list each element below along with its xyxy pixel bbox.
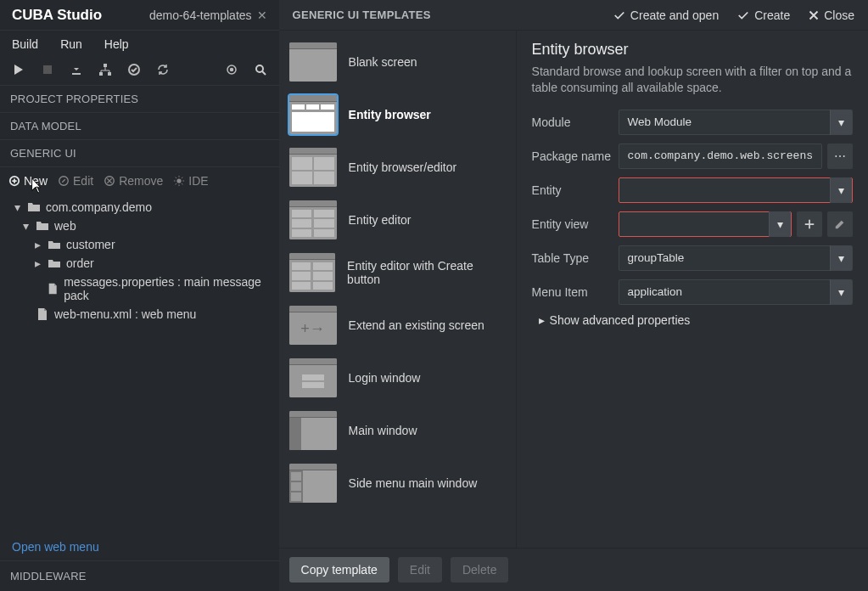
section-middleware[interactable]: MIDDLEWARE bbox=[0, 560, 279, 591]
create-and-open-button[interactable]: Create and open bbox=[613, 8, 719, 22]
tree-root-label: com.company.demo bbox=[46, 200, 152, 214]
template-item[interactable]: Entity browser bbox=[279, 88, 516, 141]
table-type-select[interactable]: groupTable ▾ bbox=[619, 245, 853, 271]
folder-open-icon bbox=[36, 219, 49, 233]
section-data-model[interactable]: DATA MODEL bbox=[0, 113, 279, 140]
stop-icon[interactable] bbox=[41, 63, 54, 76]
section-generic-ui[interactable]: GENERIC UI bbox=[0, 140, 279, 167]
close-project-icon[interactable]: ✕ bbox=[257, 8, 267, 22]
target-icon[interactable] bbox=[225, 63, 238, 76]
tree-customer-label: customer bbox=[66, 238, 115, 251]
chevron-right-icon[interactable]: ▸ bbox=[32, 256, 42, 270]
entity-view-add-button[interactable] bbox=[797, 211, 822, 237]
template-thumb bbox=[289, 95, 337, 134]
close-button[interactable]: Close bbox=[809, 8, 854, 22]
project-name: demo-64-templates bbox=[149, 8, 252, 22]
file-icon bbox=[36, 307, 49, 321]
entity-view-select[interactable]: ▾ bbox=[619, 211, 792, 237]
template-label: Login window bbox=[349, 371, 421, 385]
module-value: Web Module bbox=[628, 115, 692, 128]
template-item[interactable]: Entity editor bbox=[279, 194, 516, 246]
edit-label: Edit bbox=[73, 174, 93, 188]
tree-webmenu[interactable]: web-menu.xml : web menu bbox=[8, 305, 271, 324]
chevron-down-icon[interactable]: ▾ bbox=[12, 200, 22, 214]
template-thumb bbox=[289, 464, 337, 503]
form-description: Standard browse and lookup screen with a… bbox=[532, 64, 853, 96]
template-thumb bbox=[289, 200, 337, 239]
tree-messages-label: messages.properties : main message pack bbox=[64, 275, 266, 302]
chevron-right-icon[interactable]: ▸ bbox=[32, 238, 42, 251]
menu-build[interactable]: Build bbox=[12, 37, 38, 51]
show-advanced-toggle[interactable]: ▸ Show advanced properties bbox=[532, 313, 853, 327]
new-button[interactable]: New bbox=[8, 174, 48, 188]
template-label: Side menu main window bbox=[349, 476, 478, 490]
package-input[interactable]: com.company.demo.web.screens bbox=[619, 144, 822, 169]
template-label: Entity editor bbox=[349, 213, 412, 227]
tree-icon[interactable] bbox=[98, 63, 112, 76]
tree-customer[interactable]: ▸ customer bbox=[8, 235, 271, 254]
ide-label: IDE bbox=[188, 174, 208, 188]
check-icon[interactable] bbox=[127, 63, 141, 76]
plus-icon bbox=[804, 218, 815, 230]
remove-button[interactable]: Remove bbox=[104, 174, 163, 188]
search-icon[interactable] bbox=[254, 63, 267, 76]
svg-rect-3 bbox=[108, 72, 111, 76]
template-item[interactable]: Entity browser/editor bbox=[279, 141, 516, 194]
chevron-down-icon[interactable]: ▾ bbox=[20, 219, 31, 233]
main-topbar: GENERIC UI TEMPLATES Create and open Cre… bbox=[279, 0, 868, 31]
entity-view-edit-button[interactable] bbox=[827, 211, 853, 237]
tree-root[interactable]: ▾ com.company.demo bbox=[8, 198, 271, 217]
menu-run[interactable]: Run bbox=[60, 37, 82, 51]
template-item[interactable]: +→Extend an existing screen bbox=[279, 299, 516, 352]
download-icon[interactable] bbox=[70, 63, 83, 76]
main-menu: Build Run Help bbox=[0, 31, 279, 59]
form-title: Entity browser bbox=[532, 41, 853, 59]
tree-web-label: web bbox=[54, 219, 76, 233]
template-label: Entity browser/editor bbox=[349, 160, 457, 174]
svg-rect-1 bbox=[104, 64, 107, 67]
package-more-button[interactable]: ⋯ bbox=[827, 144, 853, 169]
chevron-down-icon: ▾ bbox=[830, 110, 852, 135]
module-select[interactable]: Web Module ▾ bbox=[619, 110, 853, 135]
entity-select[interactable]: ▾ bbox=[619, 177, 853, 203]
chevron-down-icon: ▾ bbox=[830, 279, 852, 305]
refresh-icon[interactable] bbox=[156, 63, 170, 76]
tree-messages[interactable]: messages.properties : main message pack bbox=[8, 273, 271, 305]
check-icon bbox=[737, 9, 749, 21]
template-item[interactable]: Main window bbox=[279, 404, 516, 457]
create-button[interactable]: Create bbox=[737, 8, 790, 22]
menu-help[interactable]: Help bbox=[104, 37, 129, 51]
generic-ui-toolbar: New Edit Remove IDE bbox=[0, 167, 279, 194]
tree-order[interactable]: ▸ order bbox=[8, 254, 271, 273]
main-pane: GENERIC UI TEMPLATES Create and open Cre… bbox=[279, 0, 868, 591]
play-icon[interactable] bbox=[12, 63, 25, 76]
copy-template-button[interactable]: Copy template bbox=[289, 557, 389, 583]
template-item[interactable]: Blank screen bbox=[279, 36, 516, 88]
template-label: Main window bbox=[349, 424, 417, 437]
pencil-icon bbox=[834, 218, 846, 230]
project-tab[interactable]: demo-64-templates ✕ bbox=[149, 8, 267, 22]
template-list: Blank screenEntity browserEntity browser… bbox=[279, 31, 517, 548]
menu-item-select[interactable]: application ▾ bbox=[619, 279, 853, 305]
template-item[interactable]: Side menu main window bbox=[279, 457, 516, 509]
svg-rect-2 bbox=[99, 72, 103, 76]
section-project-properties[interactable]: PROJECT PROPERTIES bbox=[0, 86, 279, 113]
menu-item-value: application bbox=[628, 285, 683, 298]
app-title: CUBA Studio bbox=[12, 7, 102, 24]
folder-open-icon bbox=[27, 200, 41, 214]
open-web-menu-link[interactable]: Open web menu bbox=[0, 533, 279, 560]
entity-view-label: Entity view bbox=[532, 217, 612, 231]
ide-button[interactable]: IDE bbox=[173, 174, 208, 188]
main-title: GENERIC UI TEMPLATES bbox=[293, 8, 431, 21]
template-thumb bbox=[289, 358, 337, 397]
template-item[interactable]: Login window bbox=[279, 352, 516, 404]
package-value: com.company.demo.web.screens bbox=[628, 149, 813, 162]
template-item[interactable]: Entity editor with Create button bbox=[279, 246, 516, 299]
check-icon bbox=[613, 9, 625, 21]
form-pane: Entity browser Standard browse and looku… bbox=[517, 31, 868, 548]
chevron-down-icon: ▾ bbox=[769, 211, 791, 237]
remove-label: Remove bbox=[119, 174, 163, 188]
tree-web[interactable]: ▾ web bbox=[8, 217, 271, 235]
edit-button[interactable]: Edit bbox=[58, 174, 93, 188]
svg-rect-0 bbox=[43, 65, 52, 74]
